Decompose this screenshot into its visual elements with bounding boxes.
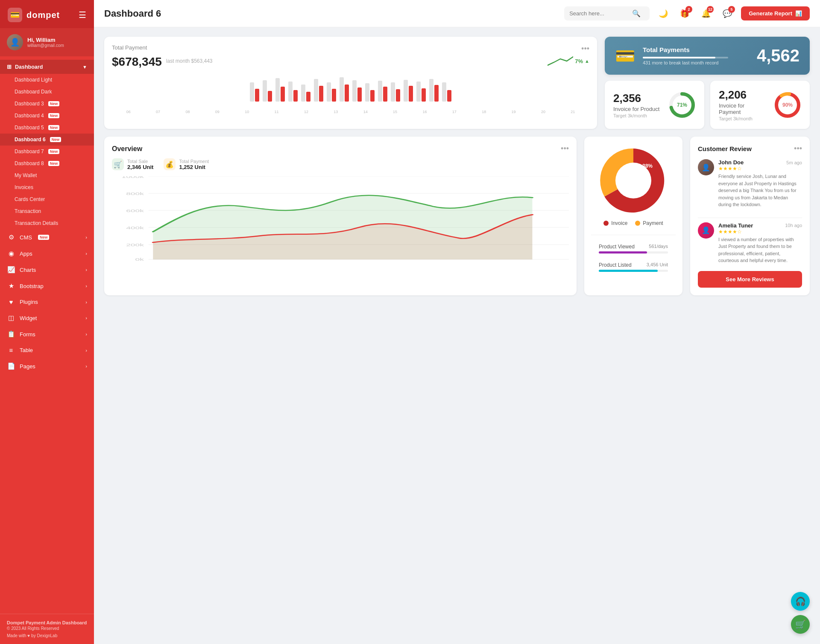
bar-label: 12 — [291, 110, 321, 114]
chevron-right-icon: › — [85, 235, 87, 240]
svg-rect-27 — [422, 88, 426, 102]
product-listed-bar — [599, 270, 658, 272]
row-2: Overview ••• 🛒 Total Sale 2,346 Unit 💰 — [104, 137, 810, 295]
svg-rect-13 — [332, 89, 336, 102]
review-header: Customer Review ••• — [698, 144, 802, 153]
invoice-product-info: 2,356 Invoice for Product Target 3k/mont… — [613, 92, 662, 118]
gift-button[interactable]: 🎁 2 — [677, 6, 692, 21]
total-payment-ov-label: Total Payment — [179, 159, 209, 164]
more-options-icon[interactable]: ••• — [561, 144, 569, 153]
area-chart-wrap: 1000k 800k 600k 400k 200k 0k April — [112, 176, 569, 262]
sidebar-item-dashboard-dark[interactable]: Dashboard Dark — [0, 86, 94, 98]
svg-rect-17 — [357, 87, 362, 102]
see-more-reviews-button[interactable]: See More Reviews — [698, 271, 802, 288]
sidebar-item-dashboard-6[interactable]: Dashboard 6 New — [0, 134, 94, 146]
bootstrap-label: Bootstrap — [20, 283, 44, 289]
amount-row: $678,345 last month $563,443 7% ▲ — [112, 53, 589, 69]
trend-indicator: 7% ▲ — [548, 55, 589, 67]
moon-button[interactable]: 🌙 — [656, 6, 671, 21]
svg-rect-14 — [340, 77, 344, 102]
sidebar-item-cards-center[interactable]: Cards Center — [0, 193, 94, 205]
sidebar-item-forms[interactable]: 📋 Forms › — [0, 326, 94, 342]
sidebar-footer: Dompet Payment Admin Dashboard © 2023 Al… — [0, 614, 94, 644]
sidebar-item-table[interactable]: ≡ Table › — [0, 342, 94, 358]
bell-button[interactable]: 🔔 12 — [698, 6, 714, 21]
sidebar-item-dashboard-8[interactable]: Dashboard 8 New — [0, 157, 94, 169]
payment-dot — [635, 221, 640, 226]
sidebar-item-cms[interactable]: ⚙ CMS New › — [0, 229, 94, 245]
donut-chart-product: 71% — [668, 91, 696, 119]
sidebar-item-my-wallet[interactable]: My Wallet — [0, 169, 94, 181]
hamburger-icon[interactable]: ☰ — [79, 10, 86, 20]
more-options-icon[interactable]: ••• — [794, 144, 802, 153]
cart-fab[interactable]: 🛒 — [791, 615, 810, 634]
payment-legend-label: Payment — [643, 220, 663, 226]
sidebar-item-invoices[interactable]: Invoices — [0, 181, 94, 193]
new-badge: New — [50, 137, 62, 142]
sidebar-item-pages[interactable]: 📄 Pages › — [0, 358, 94, 374]
support-fab[interactable]: 🎧 — [791, 592, 810, 611]
item-label: Dashboard 5 — [15, 125, 44, 131]
card-header: Total Payment ••• — [112, 44, 589, 53]
invoice-payment-info: 2,206 Invoice for Payment Target 3k/mont… — [719, 88, 767, 121]
invoice-legend-label: Invoice — [611, 220, 627, 226]
sidebar-user: 👤 Hi, William william@gmail.com — [0, 28, 94, 56]
pages-label: Pages — [20, 363, 35, 370]
reviewer-name: John Doe — [718, 159, 744, 166]
sidebar-logo: 💳 dompet ☰ — [0, 0, 94, 28]
stat-bg — [599, 251, 668, 254]
headphone-icon: 🎧 — [795, 596, 806, 606]
sidebar-item-dashboard-3[interactable]: Dashboard 3 New — [0, 98, 94, 110]
sidebar-section-dashboard[interactable]: ⊞ Dashboard ▼ — [0, 60, 94, 74]
generate-report-button[interactable]: Generate Report 📊 — [741, 6, 810, 20]
chevron-right-icon: › — [85, 315, 87, 321]
sidebar-item-transaction-details[interactable]: Transaction Details — [0, 217, 94, 229]
legend-payment-info: Total Payment 1,252 Unit — [179, 159, 209, 170]
sidebar-item-apps[interactable]: ◉ Apps › — [0, 245, 94, 262]
sidebar-nav: ⊞ Dashboard ▼ Dashboard Light Dashboard … — [0, 56, 94, 614]
more-options-icon[interactable]: ••• — [581, 44, 589, 53]
sidebar-item-dashboard-4[interactable]: Dashboard 4 New — [0, 110, 94, 122]
logo-icon: 💳 — [8, 8, 22, 22]
sidebar-item-transaction[interactable]: Transaction — [0, 205, 94, 217]
pie-chart-svg: 62% 38% — [597, 144, 670, 217]
blue-card-title: Total Payments — [643, 46, 749, 53]
item-label: Transaction Details — [15, 220, 58, 226]
more-reviews-label: See More Reviews — [726, 276, 774, 283]
svg-rect-8 — [301, 85, 305, 102]
svg-rect-12 — [327, 82, 331, 102]
sidebar-item-dashboard-7[interactable]: Dashboard 7 New — [0, 146, 94, 157]
overview-legend: 🛒 Total Sale 2,346 Unit 💰 Total Payment … — [112, 158, 569, 170]
sidebar-item-widget[interactable]: ◫ Widget › — [0, 310, 94, 326]
svg-text:400k: 400k — [126, 226, 144, 230]
bar-label: 17 — [439, 110, 469, 114]
chart-icon: 📊 — [795, 10, 802, 17]
charts-icon: 📈 — [7, 266, 15, 274]
total-payment-amount: $678,345 — [112, 55, 162, 69]
svg-rect-21 — [383, 87, 387, 102]
sidebar: 💳 dompet ☰ 👤 Hi, William william@gmail.c… — [0, 0, 94, 644]
blue-card-sub: 431 more to break last month record — [643, 60, 749, 65]
sidebar-item-bootstrap[interactable]: ★ Bootstrap › — [0, 278, 94, 294]
sidebar-item-charts[interactable]: 📈 Charts › — [0, 262, 94, 278]
charts-label: Charts — [20, 267, 36, 273]
invoice-row: 2,356 Invoice for Product Target 3k/mont… — [605, 81, 810, 129]
avatar: 👤 — [7, 34, 23, 50]
sidebar-item-dashboard-5[interactable]: Dashboard 5 New — [0, 122, 94, 134]
bar-label: 16 — [410, 110, 439, 114]
donut-percent: 90% — [782, 102, 793, 108]
sidebar-item-dashboard-light[interactable]: Dashboard Light — [0, 74, 94, 86]
bar-chart-svg — [112, 74, 589, 108]
total-payment-icon: 💰 — [164, 158, 176, 170]
svg-rect-1 — [255, 89, 259, 102]
chat-button[interactable]: 💬 5 — [720, 6, 735, 21]
search-input[interactable] — [569, 10, 629, 17]
search-icon[interactable]: 🔍 — [632, 9, 641, 17]
avatar-img: 👤 — [7, 34, 23, 50]
pie-chart-wrap: 62% 38% Invoice Payment — [591, 144, 676, 226]
item-label: Cards Center — [15, 196, 45, 202]
sidebar-item-plugins[interactable]: ♥ Plugins › — [0, 294, 94, 310]
svg-text:1000k: 1000k — [121, 176, 144, 179]
svg-rect-3 — [268, 91, 272, 102]
review-content: Amelia Tuner 10h ago ★★★★☆ I viewed a nu… — [718, 222, 802, 264]
